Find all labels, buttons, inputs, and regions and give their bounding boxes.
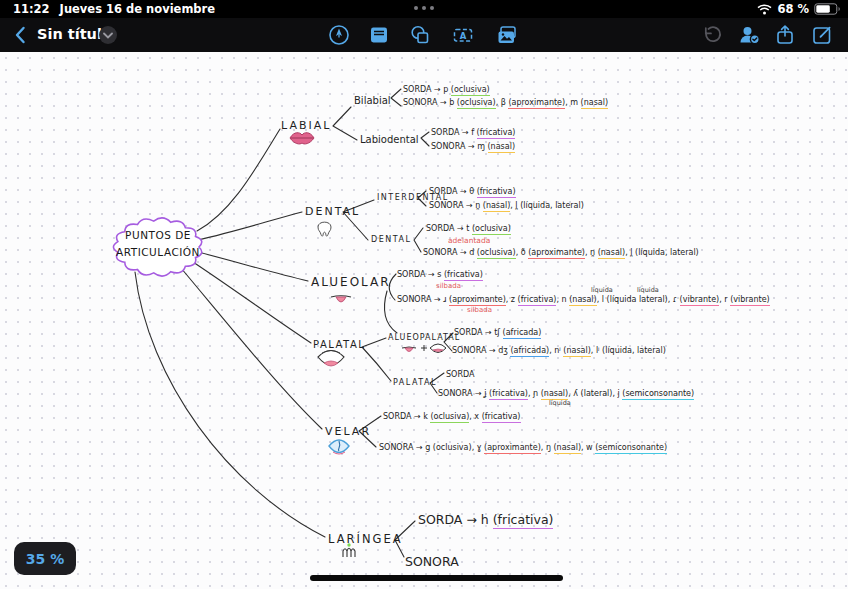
multitask-dots-icon xyxy=(414,6,434,10)
page-template-icon[interactable] xyxy=(367,23,391,47)
status-bar: 11:22 Jueves 16 de noviembre 68 % xyxy=(0,0,848,18)
date: Jueves 16 de noviembre xyxy=(60,2,215,16)
shapes-icon[interactable] xyxy=(408,23,432,47)
text-box-icon[interactable]: A xyxy=(451,23,475,47)
collaborate-icon[interactable] xyxy=(737,23,761,47)
battery-icon xyxy=(814,3,840,15)
wifi-icon xyxy=(757,4,772,15)
title-chevron-down-icon[interactable] xyxy=(99,26,117,44)
share-icon[interactable] xyxy=(773,23,797,47)
battery-percent: 68 % xyxy=(777,2,809,16)
nav-bar: Sin título A xyxy=(0,18,848,52)
svg-text:A: A xyxy=(460,31,467,41)
photos-icon[interactable] xyxy=(495,23,519,47)
back-icon[interactable] xyxy=(10,24,32,46)
note-canvas[interactable] xyxy=(0,52,848,589)
pen-tool-icon[interactable] xyxy=(327,23,351,47)
undo-icon[interactable] xyxy=(699,23,723,47)
zoom-level-badge[interactable]: 35 % xyxy=(14,542,76,575)
home-indicator[interactable] xyxy=(310,575,563,581)
compose-icon[interactable] xyxy=(810,23,834,47)
clock: 11:22 xyxy=(13,2,50,16)
zoom-level-value: 35 % xyxy=(26,551,64,567)
